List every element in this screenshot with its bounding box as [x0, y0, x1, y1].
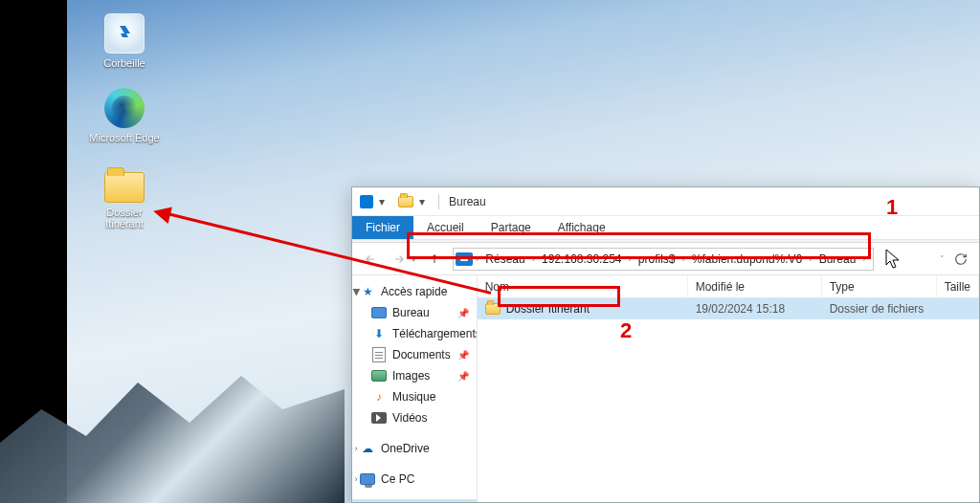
- nav-onedrive[interactable]: › ☁ OneDrive: [352, 438, 477, 459]
- chevron-right-icon[interactable]: ›: [808, 253, 813, 264]
- nav-documents[interactable]: Documents 📌: [352, 344, 477, 365]
- qat-chevron-icon[interactable]: ▾: [419, 195, 433, 208]
- chevron-right-icon[interactable]: ›: [531, 253, 536, 264]
- up-button[interactable]: [424, 249, 445, 270]
- pin-icon: 📌: [457, 308, 469, 318]
- nav-label: Musique: [392, 390, 435, 404]
- nav-label: OneDrive: [381, 442, 430, 455]
- nav-downloads[interactable]: ⬇ Téléchargements 📌: [352, 323, 477, 344]
- downloads-icon: ⬇: [371, 326, 387, 341]
- tab-home[interactable]: Accueil: [413, 216, 478, 239]
- file-modified: 19/02/2024 15:18: [688, 302, 822, 316]
- column-headers[interactable]: Nom Modifié le Type Taille: [478, 275, 979, 298]
- tab-share[interactable]: Partage: [478, 216, 545, 239]
- desktop-icon-recycle-bin[interactable]: Corbeille: [86, 13, 163, 69]
- breadcrumb-item[interactable]: Réseau: [481, 252, 528, 266]
- refresh-button[interactable]: [950, 249, 971, 270]
- forward-button[interactable]: [389, 249, 410, 270]
- nav-label: Téléchargements: [392, 327, 478, 340]
- refresh-icon: [954, 252, 968, 266]
- ribbon-tabs: Fichier Accueil Partage Affichage: [352, 216, 979, 239]
- file-explorer-window[interactable]: ▾ ▾ Bureau Fichier Accueil Partage Affic…: [351, 186, 980, 503]
- breadcrumb-item[interactable]: Bureau: [815, 252, 860, 266]
- folder-icon: [104, 172, 145, 203]
- address-bar[interactable]: › Réseau › 192.168.30.254 › profils$ › %…: [453, 248, 874, 271]
- col-type[interactable]: Type: [822, 275, 937, 297]
- edge-icon: [104, 88, 145, 128]
- svg-rect-0: [460, 256, 468, 261]
- history-dropdown-icon[interactable]: ▾: [412, 254, 416, 264]
- arrow-right-icon: [392, 252, 406, 266]
- annotation-arrow-head: [151, 203, 172, 224]
- file-list-pane[interactable]: Nom Modifié le Type Taille Dossier Itiné…: [478, 275, 979, 502]
- nav-label: Vidéos: [392, 411, 427, 425]
- titlebar-folder-icon: [398, 196, 413, 208]
- nav-this-pc[interactable]: › Ce PC: [352, 469, 477, 490]
- breadcrumb-item[interactable]: profils$: [635, 252, 679, 266]
- file-row[interactable]: Dossier Itinérant 19/02/2024 15:18 Dossi…: [478, 298, 979, 319]
- nav-label: Accès rapide: [381, 285, 447, 298]
- nav-desktop[interactable]: Bureau 📌: [352, 302, 477, 323]
- chevron-right-icon[interactable]: ›: [861, 253, 866, 264]
- music-icon: ♪: [371, 389, 387, 405]
- desktop-icon-label: Corbeille: [86, 57, 163, 69]
- tab-file[interactable]: Fichier: [352, 216, 413, 239]
- nav-label: Ce PC: [381, 472, 414, 486]
- window-title: Bureau: [449, 195, 486, 208]
- expand-icon[interactable]: ⯆: [352, 287, 362, 296]
- nav-images[interactable]: Images 📌: [352, 365, 477, 386]
- recycle-bin-icon: [104, 13, 145, 54]
- pc-icon: [360, 473, 375, 485]
- arrow-up-icon: [428, 252, 441, 266]
- documents-icon: [372, 347, 386, 362]
- images-icon: [371, 370, 387, 382]
- annotation-label-1: 1: [886, 195, 898, 220]
- titlebar[interactable]: ▾ ▾ Bureau: [352, 187, 979, 216]
- nav-label: Documents: [392, 348, 451, 361]
- app-icon: [360, 195, 373, 208]
- col-size[interactable]: Taille: [937, 275, 979, 297]
- breadcrumb-item[interactable]: %fabien.dupond%.V6: [688, 252, 806, 266]
- file-name: Dossier Itinérant: [506, 302, 590, 316]
- desktop-icon-label: Microsoft Edge: [86, 132, 163, 143]
- network-icon: [456, 252, 473, 266]
- address-dropdown-icon[interactable]: ˅: [940, 254, 945, 264]
- chevron-right-icon[interactable]: ›: [475, 253, 479, 264]
- qat-dropdown-icon[interactable]: ▾: [379, 195, 392, 208]
- folder-icon: [485, 303, 501, 315]
- chevron-right-icon[interactable]: ›: [681, 253, 686, 264]
- navigation-pane[interactable]: ⯆ ★ Accès rapide Bureau 📌 ⬇ Téléchargeme…: [352, 275, 478, 502]
- titlebar-divider: [438, 194, 439, 209]
- nav-label: Images: [392, 369, 430, 383]
- annotation-label-2: 2: [620, 318, 632, 343]
- col-modified[interactable]: Modifié le: [688, 275, 822, 297]
- desktop-icon: [371, 307, 387, 318]
- nav-label: Bureau: [392, 306, 430, 319]
- pin-icon: 📌: [457, 350, 469, 361]
- pin-icon: 📌: [457, 371, 469, 382]
- nav-videos[interactable]: Vidéos: [352, 407, 477, 428]
- file-type: Dossier de fichiers: [822, 302, 937, 316]
- quick-access-icon: ★: [360, 284, 375, 299]
- navigation-bar: ▾ › Réseau › 192.168.30.254 › profils$ ›…: [352, 243, 979, 275]
- onedrive-icon: ☁: [360, 441, 375, 456]
- col-name[interactable]: Nom: [478, 275, 688, 297]
- desktop-icon-folder[interactable]: Dossier Itinérant: [86, 166, 163, 230]
- chevron-right-icon[interactable]: ›: [627, 253, 632, 264]
- expand-icon[interactable]: ›: [352, 444, 362, 453]
- desktop-icon-edge[interactable]: Microsoft Edge: [86, 88, 163, 143]
- videos-icon: [371, 412, 387, 424]
- nav-music[interactable]: ♪ Musique: [352, 386, 477, 407]
- nav-network[interactable]: › Réseau: [352, 499, 477, 502]
- tab-view[interactable]: Affichage: [545, 216, 619, 239]
- breadcrumb-item[interactable]: 192.168.30.254: [538, 252, 625, 266]
